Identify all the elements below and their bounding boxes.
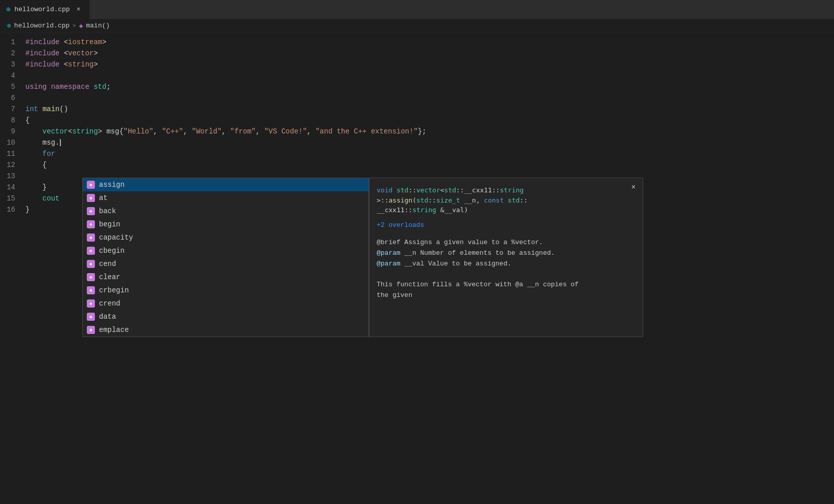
ac-icon-at: ◈ [87,194,95,202]
ac-label-crbegin: crbegin [99,286,129,294]
ac-label-assign: assign [99,181,124,189]
doc-desc-1: @brief Assigns a given value to a %vecto… [377,238,636,248]
code-line-6: 6 [0,92,834,104]
tab-helloworld[interactable]: ⊕ helloworld.cpp × [0,0,90,19]
ac-icon-clear: ◈ [87,273,95,281]
doc-desc-6: the given [377,290,636,301]
ac-label-back: back [99,207,116,215]
ac-item-begin[interactable]: ◈ begin [83,218,369,231]
ac-label-cbegin: cbegin [99,247,124,255]
ac-label-at: at [99,194,108,202]
breadcrumb-filename[interactable]: helloworld.cpp [14,22,70,29]
ac-label-capacity: capacity [99,233,133,242]
ac-item-at[interactable]: ◈ at [83,191,369,205]
ac-label-emplace: emplace [99,326,129,334]
code-line-7: 7 int main() [0,104,834,115]
ac-icon-crend: ◈ [87,299,95,308]
ac-icon-cend: ◈ [87,260,95,268]
ac-label-begin: begin [99,220,120,228]
ac-icon-emplace: ◈ [87,326,95,334]
doc-desc-2: @param __n Number of elements to be assi… [377,248,636,259]
ac-item-capacity[interactable]: ◈ capacity [83,231,369,244]
breadcrumb-func-icon: ◈ [79,22,83,30]
ac-icon-data: ◈ [87,313,95,321]
breadcrumb: ⊕ helloworld.cpp > ◈ main() [0,19,834,32]
code-line-5: 5 using namespace std; [0,81,834,92]
breadcrumb-file-icon: ⊕ [7,22,11,30]
ac-item-cbegin[interactable]: ◈ cbegin [83,244,369,257]
ac-icon-cbegin: ◈ [87,247,95,255]
code-line-9: 9 vector<string> msg{"Hello", "C++", "Wo… [0,126,834,137]
code-line-3: 3 #include <string> [0,59,834,70]
doc-overloads[interactable]: +2 overloads [377,220,636,231]
doc-panel: × void std::vector<std::__cxx11::string … [369,178,643,337]
ac-icon-capacity: ◈ [87,233,95,242]
ac-label-data: data [99,313,116,321]
ac-item-data[interactable]: ◈ data [83,310,369,323]
code-line-8: 8 { [0,115,834,126]
code-line-10: 10 msg. [0,137,834,148]
ac-item-crbegin[interactable]: ◈ crbegin [83,284,369,297]
ac-label-crend: crend [99,299,120,308]
ac-item-assign[interactable]: ◈ assign [83,178,369,191]
ac-icon-crbegin: ◈ [87,286,95,294]
ac-item-back[interactable]: ◈ back [83,205,369,218]
file-icon: ⊕ [6,5,10,14]
doc-signature: void std::vector<std::__cxx11::string >:… [377,185,636,215]
tab-bar: ⊕ helloworld.cpp × [0,0,834,19]
ac-item-crend[interactable]: ◈ crend [83,297,369,310]
code-line-11: 11 for [0,148,834,159]
doc-close-button[interactable]: × [628,182,639,192]
code-line-4: 4 [0,70,834,81]
doc-body: @brief Assigns a given value to a %vecto… [377,238,636,301]
breadcrumb-funcname[interactable]: main() [86,22,110,29]
ac-item-clear[interactable]: ◈ clear [83,271,369,284]
autocomplete-container: ◈ assign ◈ at ◈ back ◈ begin ◈ capacity … [82,178,643,337]
code-line-2: 2 #include <vector> [0,48,834,59]
tab-filename: helloworld.cpp [14,6,70,13]
doc-desc-5: This function fills a %vector with @a __… [377,280,636,290]
ac-item-cend[interactable]: ◈ cend [83,257,369,271]
ac-icon-back: ◈ [87,207,95,215]
ac-label-clear: clear [99,273,120,281]
editor: 1 #include <iostream> 2 #include <vector… [0,32,834,215]
tab-close-button[interactable]: × [74,5,83,14]
code-line-1: 1 #include <iostream> [0,37,834,48]
doc-desc-3: @param __val Value to be assigned. [377,259,636,270]
ac-item-emplace[interactable]: ◈ emplace [83,323,369,337]
breadcrumb-sep: > [73,23,76,29]
code-line-12: 12 { [0,159,834,171]
autocomplete-list[interactable]: ◈ assign ◈ at ◈ back ◈ begin ◈ capacity … [82,178,369,337]
ac-icon-assign: ◈ [87,181,95,189]
ac-label-cend: cend [99,260,116,268]
ac-icon-begin: ◈ [87,220,95,228]
